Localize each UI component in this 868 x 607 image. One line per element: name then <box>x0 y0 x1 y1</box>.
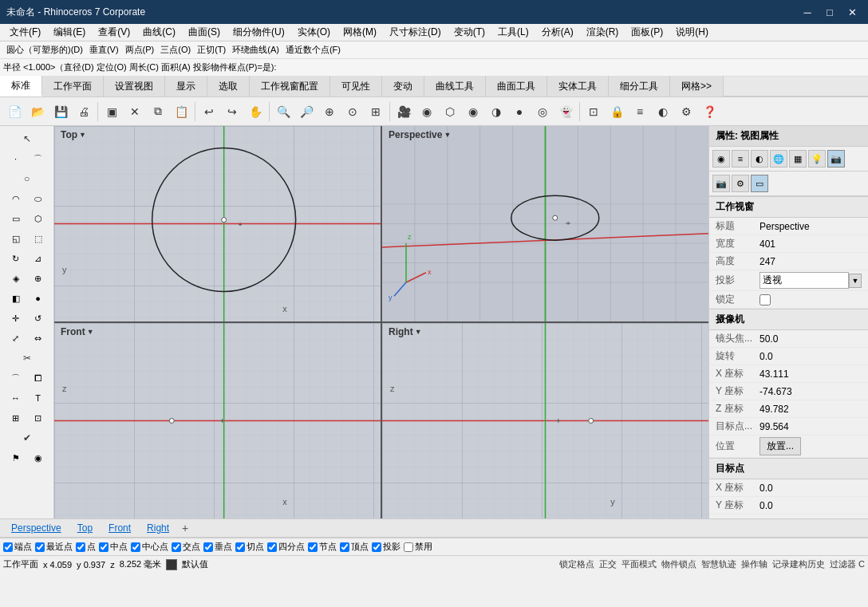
osnap-endpoint[interactable]: 端点 <box>3 541 32 553</box>
osnap-knot[interactable]: 节点 <box>308 541 337 553</box>
lt-sweep[interactable]: ⊿ <box>27 249 49 268</box>
tb-snap[interactable]: ⊡ <box>582 101 605 123</box>
lt-render-btn[interactable]: ◉ <box>27 448 49 467</box>
osnap-center-cb[interactable] <box>131 542 140 552</box>
tb-render2[interactable]: ● <box>508 101 531 123</box>
tab-transform[interactable]: 变动 <box>382 76 424 97</box>
vp-tab-perspective[interactable]: Perspective <box>3 521 69 535</box>
panel-icon-env[interactable]: 🌐 <box>770 150 787 168</box>
lt-solid-sphere[interactable]: ● <box>27 289 49 308</box>
tb-zoom-in[interactable]: 🔍 <box>272 101 294 123</box>
tab-select[interactable]: 选取 <box>207 76 250 97</box>
tb-render3[interactable]: ◎ <box>531 101 554 123</box>
sb-objsnap[interactable]: 物件锁点 <box>661 558 696 570</box>
sb-gumball[interactable]: 操作轴 <box>741 558 767 570</box>
lt-solid-box[interactable]: ◧ <box>5 289 26 308</box>
tb-zoom-out[interactable]: 🔎 <box>295 101 318 123</box>
panel-icon-layer[interactable]: ≡ <box>732 150 749 168</box>
tb-print[interactable]: 🖨 <box>73 101 95 123</box>
viewport-perspective[interactable]: x z y Perspective ▼ <box>382 126 708 321</box>
viewport-top-label[interactable]: Top ▼ <box>61 129 86 140</box>
vp-tab-add[interactable]: + <box>177 520 193 536</box>
osnap-point-cb[interactable] <box>76 542 85 552</box>
lt-loft[interactable]: ◈ <box>5 269 26 288</box>
panel-icon-light[interactable]: 💡 <box>808 150 826 168</box>
sb-plane[interactable]: 平面模式 <box>621 558 657 570</box>
tb-save[interactable]: 💾 <box>49 101 72 123</box>
osnap-perp[interactable]: 垂点 <box>203 541 232 553</box>
osnap-endpoint-cb[interactable] <box>3 542 13 552</box>
lt-trim[interactable]: ✂ <box>5 349 49 368</box>
lt-rect[interactable]: ▭ <box>5 209 26 228</box>
lt-rotate[interactable]: ↺ <box>27 309 49 328</box>
menu-curve[interactable]: 曲线(C) <box>136 24 182 41</box>
lt-offset[interactable]: ⧠ <box>27 369 49 388</box>
sb-history[interactable]: 记录建构历史 <box>772 558 825 570</box>
vp-tab-top[interactable]: Top <box>69 521 101 535</box>
viewport-perspective-label[interactable]: Perspective ▼ <box>389 129 451 140</box>
tab-setview[interactable]: 设置视图 <box>104 76 165 97</box>
sb-lockgrid[interactable]: 锁定格点 <box>559 558 594 570</box>
tab-viewport-config[interactable]: 工作视窗配置 <box>250 76 330 97</box>
panel-icon-cam[interactable]: 📷 <box>827 150 845 168</box>
lt-ellipse[interactable]: ⬭ <box>27 189 49 208</box>
osnap-nearpt[interactable]: 最近点 <box>35 541 73 553</box>
tb-lock[interactable]: 🔒 <box>606 101 628 123</box>
lt-snap2[interactable]: ⊡ <box>27 408 49 428</box>
menu-help[interactable]: 说明(H) <box>669 24 715 41</box>
menu-transform[interactable]: 变动(T) <box>448 24 491 41</box>
lt-polyline[interactable]: ⌒ <box>27 149 49 168</box>
osnap-disable-cb[interactable] <box>404 542 413 552</box>
menu-file[interactable]: 文件(F) <box>3 24 47 41</box>
osnap-quad-cb[interactable] <box>267 542 277 552</box>
lt-grid[interactable]: ⊞ <box>5 408 26 428</box>
lt-circle[interactable]: ○ <box>5 169 49 188</box>
osnap-tan[interactable]: 切点 <box>235 541 264 553</box>
viewport-front[interactable]: z x Front ▼ <box>54 323 381 518</box>
osnap-perp-cb[interactable] <box>203 542 213 552</box>
minimize-button[interactable]: ─ <box>798 4 817 20</box>
tab-mesh-more[interactable]: 网格>> <box>670 76 724 97</box>
tb-zoom-ext[interactable]: ⊞ <box>365 101 387 123</box>
osnap-point[interactable]: 点 <box>76 541 96 553</box>
prop-proj-val[interactable]: 透视 <box>760 272 849 289</box>
tb-redo[interactable]: ↪ <box>221 101 243 123</box>
osnap-nearpt-cb[interactable] <box>35 542 45 552</box>
panel-icon-obj[interactable]: ◉ <box>712 150 730 168</box>
osnap-knot-cb[interactable] <box>308 542 318 552</box>
osnap-quad[interactable]: 四分点 <box>267 541 305 553</box>
osnap-project[interactable]: 投影 <box>372 541 400 553</box>
tb-new[interactable]: 📄 <box>3 101 26 123</box>
close-button[interactable]: ✕ <box>842 4 862 20</box>
cmd-tangent[interactable]: 正切(T) <box>194 43 229 57</box>
lt-arc[interactable]: ◠ <box>5 189 26 208</box>
vp-tab-front[interactable]: Front <box>101 521 139 535</box>
lt-dimension[interactable]: ↔ <box>5 388 26 408</box>
menu-subd[interactable]: 细分物件(U) <box>227 24 291 41</box>
menu-panel[interactable]: 面板(P) <box>625 24 669 41</box>
tb-layer[interactable]: ≡ <box>629 101 651 123</box>
tb-render1[interactable]: ◑ <box>485 101 507 123</box>
tb-open[interactable]: 📂 <box>26 101 49 123</box>
tab-display[interactable]: 显示 <box>165 76 207 97</box>
tab-surface-tools[interactable]: 曲面工具 <box>486 76 547 97</box>
lt-revolve[interactable]: ↻ <box>5 249 26 268</box>
tab-curve-tools[interactable]: 曲线工具 <box>424 76 486 97</box>
tab-workplane[interactable]: 工作平面 <box>42 76 104 97</box>
cmd-vertical[interactable]: 垂直(V) <box>86 43 122 57</box>
tb-undo[interactable]: ↩ <box>198 101 220 123</box>
lt-blend[interactable]: ⊕ <box>27 269 49 288</box>
lt-fillet[interactable]: ⌒ <box>5 369 26 388</box>
menu-surface[interactable]: 曲面(S) <box>182 24 227 41</box>
lt-check[interactable]: ✔ <box>5 428 49 447</box>
tb-help[interactable]: ❓ <box>698 101 720 123</box>
osnap-midpoint-cb[interactable] <box>99 542 108 552</box>
osnap-intersect[interactable]: 交点 <box>172 541 200 553</box>
tb-zoom-window[interactable]: ⊕ <box>318 101 341 123</box>
menu-edit[interactable]: 编辑(E) <box>47 24 92 41</box>
osnap-vertex-cb[interactable] <box>340 542 349 552</box>
lt-move[interactable]: ✛ <box>5 309 26 328</box>
panel-icon-settings2[interactable]: ⚙ <box>732 175 749 192</box>
lt-extrude[interactable]: ⬚ <box>27 229 49 248</box>
osnap-tan-cb[interactable] <box>235 542 245 552</box>
